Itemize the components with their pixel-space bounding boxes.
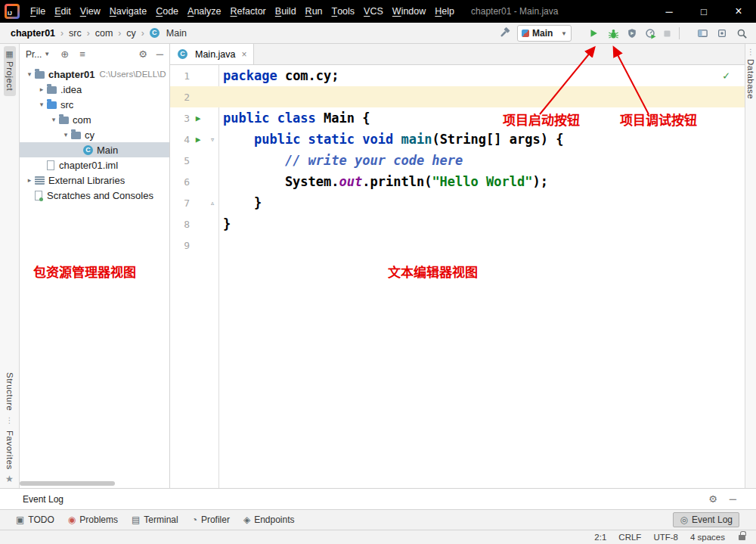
coverage-button[interactable] <box>625 26 639 41</box>
menu-edit[interactable]: Edit <box>50 0 76 23</box>
tool-window-button-favorites[interactable]: Favorites <box>5 431 14 470</box>
window-title: chapter01 - Main.java <box>471 6 558 17</box>
tool-window-button-profiler[interactable]: ◔Profiler <box>185 512 237 527</box>
tool-window-button-event-log[interactable]: ◎Event Log <box>673 512 739 527</box>
menu-analyze[interactable]: Analyze <box>183 0 225 23</box>
chevron-expanded-icon[interactable]: ▾ <box>38 101 45 108</box>
chevron-expanded-icon[interactable]: ▾ <box>26 70 33 78</box>
tree-item-src[interactable]: ▾src <box>20 97 169 112</box>
code-line-2[interactable]: 2 <box>170 86 745 107</box>
menu-vcs[interactable]: VCS <box>359 0 388 23</box>
status-caret-position[interactable]: 2:1 <box>594 533 606 542</box>
code-line-5[interactable]: 5 // write your code here <box>170 150 745 171</box>
tree-item-chapter01[interactable]: ▾chapter01C:\Users\DELL\D <box>20 67 169 82</box>
fold-marker-icon[interactable]: ▵ <box>206 198 218 208</box>
tree-item-external-libraries[interactable]: ▸External Libraries <box>20 173 169 188</box>
menu-navigate[interactable]: Navigate <box>105 0 151 23</box>
hide-panel-icon[interactable]: ─ <box>730 494 736 504</box>
breadcrumb-item-src[interactable]: src <box>67 27 83 39</box>
tool-window-button-structure[interactable]: Structure <box>5 372 14 411</box>
code-line-8[interactable]: 8} <box>170 213 745 235</box>
locate-file-icon[interactable]: ⊕ <box>60 49 69 59</box>
status-line-ending[interactable]: CRLF <box>618 533 641 542</box>
run-gutter-icon[interactable]: ▶ <box>190 135 206 145</box>
hide-panel-icon[interactable]: ─ <box>156 49 163 59</box>
code-text: public class Main { <box>218 110 370 126</box>
status-file-encoding[interactable]: UTF-8 <box>653 533 678 542</box>
favorites-star-icon[interactable]: ★ <box>5 474 14 483</box>
folder-icon <box>35 71 45 79</box>
profiler-button[interactable] <box>643 26 657 41</box>
tree-item-cy[interactable]: ▾cy <box>20 127 169 142</box>
menu-code[interactable]: Code <box>151 0 183 23</box>
inspections-ok-icon[interactable]: ✓ <box>723 69 730 82</box>
menu-refactor[interactable]: Refactor <box>226 0 271 23</box>
collapse-all-icon[interactable]: ≡ <box>79 49 85 59</box>
tool-window-button-label: TODO <box>28 514 54 525</box>
code-line-7[interactable]: 7▵ } <box>170 192 745 213</box>
updates-icon[interactable] <box>715 26 729 41</box>
code-line-9[interactable]: 9 <box>170 235 745 256</box>
tree-item-scratches-and-consoles[interactable]: Scratches and Consoles <box>20 188 169 203</box>
tab-main-java[interactable]: Main.java × <box>170 44 254 64</box>
close-icon[interactable]: × <box>242 49 247 60</box>
status-indent-setting[interactable]: 4 spaces <box>690 533 725 542</box>
tool-window-bar: ▣TODO◉Problems▤Terminal◔Profiler◈Endpoin… <box>0 509 756 530</box>
breadcrumb-item-com[interactable]: com <box>94 27 115 39</box>
maximize-icon[interactable]: □ <box>686 0 721 23</box>
tool-window-button-terminal[interactable]: ▤Terminal <box>125 512 185 527</box>
tree-item-chapter01-iml[interactable]: chapter01.iml <box>20 157 169 173</box>
tree-item-com[interactable]: ▾com <box>20 112 169 127</box>
menu-build[interactable]: Build <box>271 0 301 23</box>
breadcrumb-item-chapter01[interactable]: chapter01 <box>9 27 57 39</box>
fold-marker-icon[interactable]: ▿ <box>206 135 218 145</box>
tree-item-label: com <box>73 114 91 126</box>
project-panel-header: Pr... ▼ ⊕ ≡ ⚙ ─ <box>20 44 169 65</box>
code-line-4[interactable]: 4▶▿ public static void main(String[] arg… <box>170 129 745 150</box>
stop-button[interactable] <box>660 26 674 41</box>
project-view-selector[interactable]: Pr... ▼ <box>26 49 50 60</box>
tool-window-button-label: Profiler <box>201 514 230 525</box>
chevron-expanded-icon[interactable]: ▾ <box>62 131 70 138</box>
class-icon <box>178 49 187 59</box>
run-configuration-select[interactable]: Main ▼ <box>517 25 572 42</box>
tool-window-button-database[interactable]: Database <box>746 59 755 99</box>
editor-area: Main.java × 1package com.cy;23▶public cl… <box>170 44 745 488</box>
minimize-icon[interactable]: ─ <box>652 0 686 23</box>
tool-window-button-project[interactable]: ▦ Project <box>4 46 16 96</box>
breadcrumb-item-cy[interactable]: cy <box>125 27 138 39</box>
menu-window[interactable]: Window <box>388 0 430 23</box>
tool-window-button-problems[interactable]: ◉Problems <box>61 512 125 527</box>
menu-help[interactable]: Help <box>430 0 459 23</box>
tool-window-button-endpoints[interactable]: ◈Endpoints <box>237 512 302 527</box>
code-text: } <box>218 216 231 232</box>
chevron-collapsed-icon[interactable]: ▸ <box>26 176 33 184</box>
tool-window-button-todo[interactable]: ▣TODO <box>9 512 61 527</box>
build-hammer-icon[interactable] <box>497 26 511 41</box>
run-button[interactable] <box>587 26 600 41</box>
code-line-6[interactable]: 6 System.out.println("Hello World"); <box>170 171 745 192</box>
menu-run[interactable]: Run <box>301 0 327 23</box>
horizontal-scrollbar[interactable] <box>20 481 115 486</box>
chevron-expanded-icon[interactable]: ▾ <box>50 116 57 123</box>
lock-icon[interactable] <box>739 535 745 540</box>
tree-item--idea[interactable]: ▸.idea <box>20 82 169 97</box>
menu-file[interactable]: File <box>26 0 50 23</box>
intellij-logo-icon <box>5 4 20 19</box>
search-icon[interactable] <box>735 26 748 41</box>
menu-tools[interactable]: Tools <box>327 0 360 23</box>
code-line-1[interactable]: 1package com.cy; <box>170 65 745 86</box>
gear-icon[interactable]: ⚙ <box>138 49 147 59</box>
close-icon[interactable]: × <box>721 0 756 23</box>
run-gutter-icon[interactable]: ▶ <box>190 113 206 123</box>
tree-item-main[interactable]: Main <box>20 142 169 157</box>
debug-button[interactable] <box>606 26 620 41</box>
code-text: public static void main(String[] args) { <box>218 132 563 147</box>
gear-icon[interactable]: ⚙ <box>708 494 717 504</box>
tool-window-layout-icon[interactable] <box>696 26 709 41</box>
menu-view[interactable]: View <box>76 0 105 23</box>
chevron-collapsed-icon[interactable]: ▸ <box>38 85 45 93</box>
tree-item-path: C:\Users\DELL\D <box>99 70 166 79</box>
breadcrumb-item-main[interactable]: Main <box>148 27 188 39</box>
toolbar-divider <box>679 27 680 39</box>
